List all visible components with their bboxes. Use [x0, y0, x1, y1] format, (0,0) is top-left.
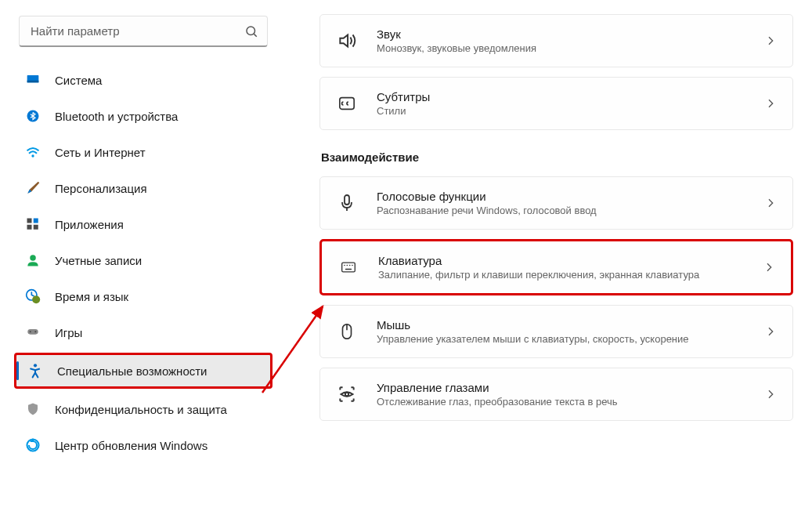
speaker-icon: [336, 30, 358, 52]
sidebar-item-label: Конфиденциальность и защита: [55, 403, 262, 416]
card-speech[interactable]: Голосовые функции Распознавание речи Win…: [319, 176, 793, 230]
card-subtitle: Монозвук, звуковые уведомления: [377, 42, 745, 54]
search-box[interactable]: [19, 16, 268, 47]
mouse-icon: [336, 321, 358, 342]
sidebar-item-accessibility[interactable]: Специальные возможности: [14, 353, 272, 389]
monitor-icon: [25, 72, 41, 88]
sidebar-item-label: Специальные возможности: [57, 364, 259, 378]
card-title: Субтитры: [377, 90, 745, 103]
sidebar-item-privacy[interactable]: Конфиденциальность и защита: [14, 393, 272, 425]
chevron-right-icon: [763, 261, 775, 274]
sidebar-item-personalization[interactable]: Персонализация: [14, 172, 272, 204]
search-icon: [244, 24, 258, 38]
bluetooth-icon: [25, 108, 41, 124]
svg-point-15: [34, 331, 36, 332]
svg-rect-13: [27, 329, 38, 335]
card-body: Управление глазами Отслеживание глаз, пр…: [377, 381, 745, 408]
sidebar-item-label: Приложения: [55, 218, 262, 231]
sidebar: Система Bluetooth и устройства Сеть и Ин…: [0, 0, 282, 511]
sidebar-item-label: Игры: [55, 326, 262, 339]
sidebar-item-label: Bluetooth и устройства: [55, 110, 262, 123]
card-title: Звук: [377, 27, 745, 41]
svg-point-12: [32, 295, 40, 303]
apps-icon: [25, 216, 41, 232]
eye-scan-icon: [336, 383, 358, 405]
globe-clock-icon: [25, 288, 41, 304]
chevron-right-icon: [764, 388, 777, 400]
svg-point-0: [247, 27, 255, 35]
sidebar-item-label: Центр обновления Windows: [55, 439, 262, 452]
wifi-icon: [25, 144, 41, 160]
card-subtitle: Управление указателем мыши с клавиатуры,…: [377, 333, 745, 345]
chevron-right-icon: [764, 325, 777, 338]
brush-icon: [25, 180, 41, 196]
card-eye-control[interactable]: Управление глазами Отслеживание глаз, пр…: [319, 368, 793, 421]
sidebar-item-bluetooth[interactable]: Bluetooth и устройства: [14, 100, 272, 132]
captions-icon: [336, 92, 358, 114]
sidebar-item-label: Персонализация: [55, 182, 262, 195]
svg-rect-6: [27, 219, 32, 223]
card-keyboard[interactable]: Клавиатура Залипание, фильтр и клавиши п…: [319, 239, 793, 295]
sidebar-item-label: Сеть и Интернет: [55, 146, 262, 159]
card-subtitle: Распознавание речи Windows, голосовой вв…: [377, 205, 745, 216]
shield-icon: [25, 401, 41, 417]
card-body: Мышь Управление указателем мыши с клавиа…: [377, 318, 745, 345]
sidebar-item-time-language[interactable]: Время и язык: [14, 281, 272, 312]
card-sound[interactable]: Звук Монозвук, звуковые уведомления: [319, 14, 793, 67]
svg-point-10: [30, 255, 36, 261]
sidebar-item-windows-update[interactable]: Центр обновления Windows: [14, 429, 272, 461]
accessibility-icon: [27, 363, 43, 379]
update-icon: [25, 437, 41, 453]
person-icon: [25, 252, 41, 268]
svg-line-1: [254, 34, 256, 36]
svg-rect-8: [27, 225, 32, 230]
card-title: Управление глазами: [377, 381, 745, 394]
sidebar-item-accounts[interactable]: Учетные записи: [14, 245, 272, 276]
card-title: Голосовые функции: [377, 190, 745, 203]
card-subtitle: Отслеживание глаз, преобразование текста…: [377, 396, 745, 408]
sidebar-item-label: Система: [55, 74, 262, 87]
microphone-icon: [336, 192, 358, 214]
svg-rect-3: [27, 81, 39, 83]
svg-point-16: [34, 364, 37, 367]
sidebar-item-system[interactable]: Система: [14, 64, 272, 96]
gamepad-icon: [25, 324, 41, 340]
sidebar-item-apps[interactable]: Приложения: [14, 208, 272, 240]
card-body: Голосовые функции Распознавание речи Win…: [377, 190, 745, 216]
main-content: Звук Монозвук, звуковые уведомления Субт…: [282, 0, 812, 511]
keyboard-icon: [337, 256, 359, 278]
section-heading-interaction: Взаимодействие: [321, 150, 793, 164]
svg-rect-21: [342, 263, 355, 272]
card-captions[interactable]: Субтитры Стили: [319, 77, 793, 130]
chevron-right-icon: [764, 197, 777, 209]
card-subtitle: Стили: [377, 105, 745, 117]
chevron-right-icon: [764, 97, 777, 110]
card-subtitle: Залипание, фильтр и клавиши переключения…: [378, 269, 744, 281]
sidebar-item-label: Время и язык: [55, 290, 262, 303]
svg-rect-19: [345, 195, 349, 205]
card-body: Звук Монозвук, звуковые уведомления: [377, 27, 745, 54]
card-body: Клавиатура Залипание, фильтр и клавиши п…: [378, 254, 744, 281]
search-input[interactable]: [19, 16, 268, 47]
card-mouse[interactable]: Мышь Управление указателем мыши с клавиа…: [319, 305, 793, 358]
svg-point-14: [30, 331, 31, 332]
card-body: Субтитры Стили: [377, 90, 745, 117]
nav-list: Система Bluetooth и устройства Сеть и Ин…: [14, 64, 272, 461]
svg-point-5: [31, 154, 34, 157]
svg-rect-7: [34, 219, 38, 223]
sidebar-item-gaming[interactable]: Игры: [14, 317, 272, 348]
sidebar-item-label: Учетные записи: [55, 254, 262, 267]
card-title: Клавиатура: [378, 254, 744, 267]
svg-rect-9: [34, 225, 38, 230]
svg-point-29: [345, 393, 348, 396]
chevron-right-icon: [764, 34, 777, 47]
sidebar-item-network[interactable]: Сеть и Интернет: [14, 136, 272, 168]
card-title: Мышь: [377, 318, 745, 332]
